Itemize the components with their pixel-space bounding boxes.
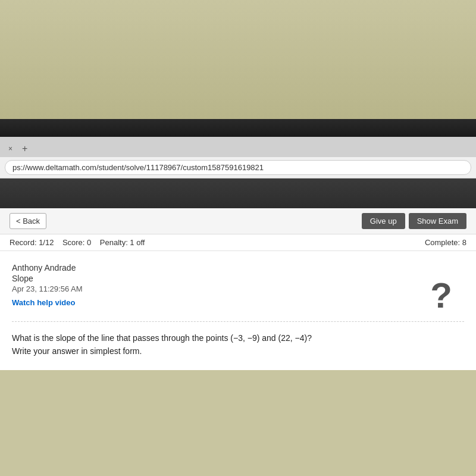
url-bar[interactable] (5, 160, 471, 175)
toolbar-right: Give up Show Exam (362, 213, 466, 229)
tab-bar: × + (0, 137, 476, 157)
content-area: Anthony Andrade Slope Apr 23, 11:29:56 A… (12, 263, 464, 358)
wall-background (0, 0, 476, 119)
complete-info: Complete: 8 (425, 238, 466, 247)
complete-label: Complete: 8 (425, 238, 466, 247)
show-exam-button[interactable]: Show Exam (409, 213, 466, 229)
laptop-bezel (0, 119, 476, 137)
tab-close-button[interactable]: × (5, 143, 16, 154)
student-name: Anthony Andrade (12, 263, 464, 273)
site-header (0, 178, 476, 208)
question-mark-badge: ? (430, 275, 452, 316)
toolbar-left: < Back (10, 213, 46, 229)
topic-label: Slope (12, 274, 464, 283)
question-line1: What is the slope of the line that passe… (12, 333, 312, 343)
browser-chrome: × + (0, 137, 476, 178)
back-button[interactable]: < Back (10, 213, 46, 229)
give-up-button[interactable]: Give up (362, 213, 405, 229)
record-info: Record: 1/12 Score: 0 Penalty: 1 off (10, 238, 145, 247)
score-label: Score: 0 (62, 238, 91, 247)
question-meta: Anthony Andrade Slope Apr 23, 11:29:56 A… (12, 263, 464, 317)
tab-add-button[interactable]: + (18, 142, 31, 155)
watch-help-link[interactable]: Watch help video (12, 298, 464, 307)
divider (12, 321, 464, 322)
record-bar: Record: 1/12 Score: 0 Penalty: 1 off Com… (0, 234, 476, 251)
penalty-label: Penalty: 1 off (100, 238, 145, 247)
question-line2: Write your answer in simplest form. (12, 346, 142, 356)
main-content: Anthony Andrade Slope Apr 23, 11:29:56 A… (0, 251, 476, 370)
record-label: Record: 1/12 (10, 238, 54, 247)
toolbar: < Back Give up Show Exam (0, 208, 476, 234)
url-bar-container (0, 157, 476, 178)
question-text: What is the slope of the line that passe… (12, 331, 464, 358)
question-header: Anthony Andrade Slope Apr 23, 11:29:56 A… (12, 263, 464, 317)
timestamp-label: Apr 23, 11:29:56 AM (12, 284, 464, 293)
